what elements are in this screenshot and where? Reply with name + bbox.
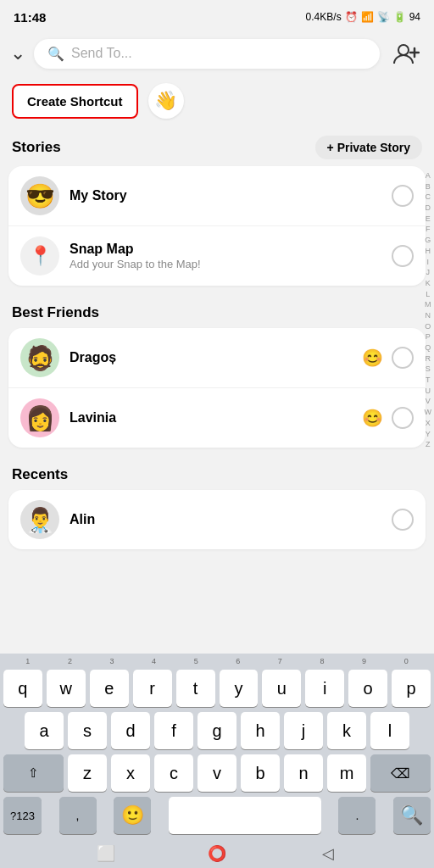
shortcut-row: Create Shortcut 👋	[0, 76, 434, 125]
alpha-k[interactable]: K	[426, 279, 431, 289]
key-r[interactable]: r	[133, 670, 172, 707]
recents-section-header: Recents	[0, 456, 434, 490]
status-bar: 11:48 0.4KB/s ⏰ 📶 📡 🔋 94	[0, 0, 434, 31]
chevron-down-icon[interactable]: ⌄	[10, 42, 25, 64]
alpha-z[interactable]: Z	[426, 440, 431, 450]
dragos-item[interactable]: 🧔 Dragoș 😊	[8, 328, 426, 388]
create-shortcut-button[interactable]: Create Shortcut	[12, 84, 138, 119]
alpha-v[interactable]: V	[426, 397, 431, 407]
key-g[interactable]: g	[198, 712, 236, 749]
num-hint-8: 8	[301, 657, 343, 665]
alpha-m[interactable]: M	[425, 300, 431, 310]
key-b[interactable]: b	[241, 754, 280, 792]
alpha-g[interactable]: G	[425, 236, 431, 246]
lavinia-info: Lavinia	[70, 410, 352, 426]
dragos-right: 😊	[362, 347, 414, 369]
snap-map-avatar: 📍	[20, 236, 59, 275]
alin-right	[392, 509, 414, 531]
key-v[interactable]: v	[198, 754, 236, 792]
alpha-f[interactable]: F	[426, 225, 431, 235]
key-u[interactable]: u	[262, 670, 301, 707]
key-x[interactable]: x	[111, 754, 150, 792]
key-p[interactable]: p	[392, 670, 431, 707]
num-hint-3: 3	[91, 657, 133, 665]
key-h[interactable]: h	[241, 712, 280, 749]
alpha-s[interactable]: S	[426, 364, 431, 375]
num-hint-9: 9	[343, 657, 386, 665]
key-l[interactable]: l	[370, 712, 409, 749]
alpha-x[interactable]: X	[426, 419, 431, 429]
key-d[interactable]: d	[111, 712, 150, 749]
dragos-info: Dragoș	[70, 350, 352, 365]
my-story-radio[interactable]	[392, 185, 414, 207]
key-n[interactable]: n	[284, 754, 323, 792]
status-icons: 0.4KB/s ⏰ 📶 📡 🔋 94	[306, 11, 420, 23]
alpha-l[interactable]: L	[426, 290, 430, 300]
key-comma[interactable]: ,	[59, 797, 97, 834]
keyboard: 1 2 3 4 5 6 7 8 9 0 q w e r t y u i o p …	[0, 654, 434, 868]
snap-map-right	[392, 245, 414, 267]
alpha-r[interactable]: R	[426, 354, 431, 364]
alpha-b[interactable]: B	[426, 182, 431, 192]
alpha-w[interactable]: W	[425, 408, 432, 418]
alpha-q[interactable]: Q	[425, 343, 431, 353]
key-numbers[interactable]: ?123	[3, 797, 42, 834]
alpha-a[interactable]: A	[426, 171, 431, 181]
snap-map-sub: Add your Snap to the Map!	[70, 258, 381, 270]
snap-map-info: Snap Map Add your Snap to the Map!	[70, 242, 381, 270]
key-emoji[interactable]: 🙂	[114, 797, 151, 834]
key-f[interactable]: f	[154, 712, 193, 749]
alpha-c[interactable]: C	[426, 192, 431, 203]
key-j[interactable]: j	[284, 712, 323, 749]
alpha-i[interactable]: I	[426, 258, 429, 268]
snap-map-item[interactable]: 📍 Snap Map Add your Snap to the Map!	[8, 226, 426, 286]
alpha-h[interactable]: H	[426, 247, 431, 257]
my-story-item[interactable]: 😎 My Story	[8, 166, 426, 226]
stories-section-header: Stories + Private Story	[0, 125, 434, 166]
key-y[interactable]: y	[220, 670, 259, 707]
lavinia-friend-emoji: 😊	[362, 408, 383, 428]
my-story-name: My Story	[70, 188, 381, 203]
key-search[interactable]: 🔍	[393, 797, 431, 834]
alpha-p[interactable]: P	[426, 332, 431, 342]
key-a[interactable]: a	[25, 712, 64, 749]
key-q[interactable]: q	[3, 670, 42, 707]
key-c[interactable]: c	[154, 754, 193, 792]
stories-title: Stories	[12, 139, 61, 156]
key-period[interactable]: .	[338, 797, 376, 834]
key-shift[interactable]: ⇧	[3, 754, 64, 792]
alpha-e[interactable]: E	[426, 214, 431, 225]
alpha-o[interactable]: O	[425, 322, 431, 332]
battery-icon: 🔋	[393, 11, 406, 23]
alpha-y[interactable]: Y	[426, 430, 431, 440]
key-backspace[interactable]: ⌫	[370, 754, 431, 792]
key-t[interactable]: t	[176, 670, 215, 707]
snap-map-name: Snap Map	[70, 242, 381, 257]
snap-map-radio[interactable]	[392, 245, 414, 267]
nav-bar: ⬜ ⭕ ◁	[0, 839, 434, 868]
my-story-avatar: 😎	[20, 176, 59, 215]
key-m[interactable]: m	[327, 754, 366, 792]
key-i[interactable]: i	[305, 670, 344, 707]
key-w[interactable]: w	[47, 670, 86, 707]
alin-radio[interactable]	[392, 509, 414, 531]
lavinia-radio[interactable]	[392, 407, 414, 429]
private-story-button[interactable]: + Private Story	[315, 136, 422, 159]
dragos-radio[interactable]	[392, 347, 414, 369]
alpha-j[interactable]: J	[426, 268, 431, 278]
key-o[interactable]: o	[348, 670, 387, 707]
alpha-t[interactable]: T	[426, 376, 431, 386]
alpha-n[interactable]: N	[426, 311, 431, 321]
key-k[interactable]: k	[327, 712, 366, 749]
key-s[interactable]: s	[68, 712, 107, 749]
alpha-d[interactable]: D	[426, 203, 431, 214]
signal-icon: 📶	[361, 11, 374, 23]
add-friends-button[interactable]	[388, 36, 424, 71]
alin-item[interactable]: 👨‍⚕️ Alin	[8, 490, 426, 549]
search-bar[interactable]: 🔍 Send To...	[34, 39, 380, 69]
lavinia-item[interactable]: 👩 Lavinia 😊	[8, 388, 426, 448]
key-space[interactable]	[169, 797, 321, 834]
key-z[interactable]: z	[68, 754, 107, 792]
alpha-u[interactable]: U	[426, 387, 431, 397]
key-e[interactable]: e	[90, 670, 129, 707]
